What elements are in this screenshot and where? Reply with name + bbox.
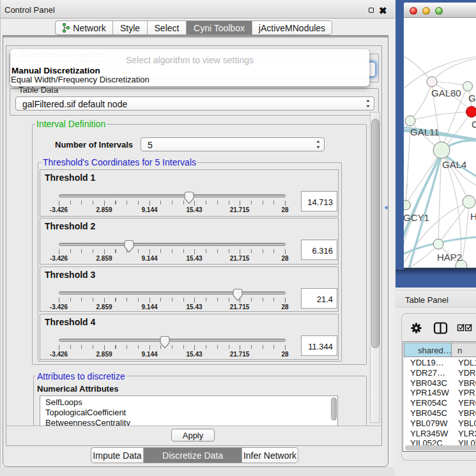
svg-text:GAL2: GAL2 [468, 93, 476, 104]
svg-text:CYC8: CYC8 [472, 119, 476, 130]
svg-text:GAL80: GAL80 [431, 88, 461, 98]
svg-text:GCY1: GCY1 [404, 212, 429, 223]
svg-text:GAL4: GAL4 [442, 159, 466, 170]
svg-text:GAL11: GAL11 [410, 127, 440, 137]
svg-text:HAP2: HAP2 [437, 252, 462, 263]
svg-text:HIS4: HIS4 [470, 211, 476, 222]
